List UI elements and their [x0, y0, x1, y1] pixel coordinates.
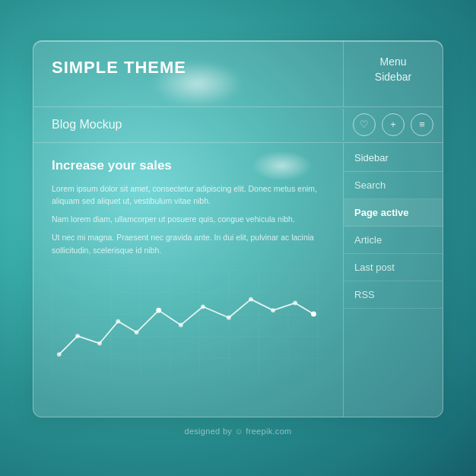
heart-icon-button[interactable]: ♡ — [353, 113, 376, 136]
svg-rect-0 — [52, 270, 325, 376]
nav-icons: ♡ + ≡ — [344, 107, 443, 142]
header-menu-section: MenuSidebar — [344, 41, 443, 106]
svg-point-12 — [293, 300, 297, 305]
svg-point-10 — [249, 297, 253, 302]
chart-area — [52, 270, 325, 405]
svg-point-6 — [156, 308, 161, 313]
outer-wrapper: SIMPLE THEME MenuSidebar Blog Mockup ♡ +… — [25, 25, 451, 451]
sidebar: Sidebar Search Page active Article Last … — [344, 143, 443, 417]
header-row: SIMPLE THEME MenuSidebar — [33, 41, 443, 106]
svg-point-1 — [57, 352, 62, 357]
blog-label: Blog Mockup — [33, 109, 344, 141]
footer-text: designed by — [184, 427, 234, 436]
header-title-section: SIMPLE THEME — [33, 41, 344, 106]
sidebar-header: Sidebar — [344, 143, 443, 172]
nav-row: Blog Mockup ♡ + ≡ — [33, 107, 443, 143]
svg-point-4 — [116, 319, 120, 324]
plus-icon: + — [390, 119, 396, 130]
svg-point-2 — [75, 334, 80, 338]
svg-point-9 — [227, 316, 231, 320]
svg-point-13 — [311, 311, 316, 316]
main-para-3: Ut nec mi magna. Praesent nec gravida an… — [52, 231, 325, 256]
menu-label: MenuSidebar — [375, 55, 411, 84]
footer: designed by ☺ freepik.com — [184, 427, 291, 436]
footer-domain: freepik.com — [243, 427, 292, 436]
svg-point-5 — [135, 330, 139, 335]
svg-point-8 — [201, 304, 205, 309]
hamburger-icon: ≡ — [419, 119, 425, 130]
svg-point-11 — [271, 308, 275, 313]
sidebar-item-search[interactable]: Search — [344, 172, 443, 199]
sidebar-item-last-post[interactable]: Last post — [344, 254, 443, 281]
freepik-icon: ☺ — [234, 427, 243, 436]
svg-point-7 — [179, 322, 183, 327]
menu-icon-button[interactable]: ≡ — [411, 113, 433, 136]
sidebar-item-article[interactable]: Article — [344, 227, 443, 254]
plus-icon-button[interactable]: + — [382, 113, 405, 136]
main-heading: Increase your sales — [52, 158, 325, 173]
main-para-2: Nam lorem diam, ullamcorper ut posuere q… — [52, 213, 325, 225]
line-chart — [52, 270, 325, 376]
main-content: Increase your sales Lorem ipsum dolor si… — [33, 143, 344, 417]
svg-point-3 — [97, 341, 102, 346]
sidebar-item-rss[interactable]: RSS — [344, 281, 443, 309]
content-row: Increase your sales Lorem ipsum dolor si… — [33, 143, 443, 417]
heart-icon: ♡ — [360, 119, 369, 130]
site-title: SIMPLE THEME — [52, 58, 325, 78]
sidebar-item-page-active[interactable]: Page active — [344, 199, 443, 227]
main-para-1: Lorem ipsum dolor sit amet, consectetur … — [52, 182, 325, 208]
main-card: SIMPLE THEME MenuSidebar Blog Mockup ♡ +… — [33, 40, 443, 417]
